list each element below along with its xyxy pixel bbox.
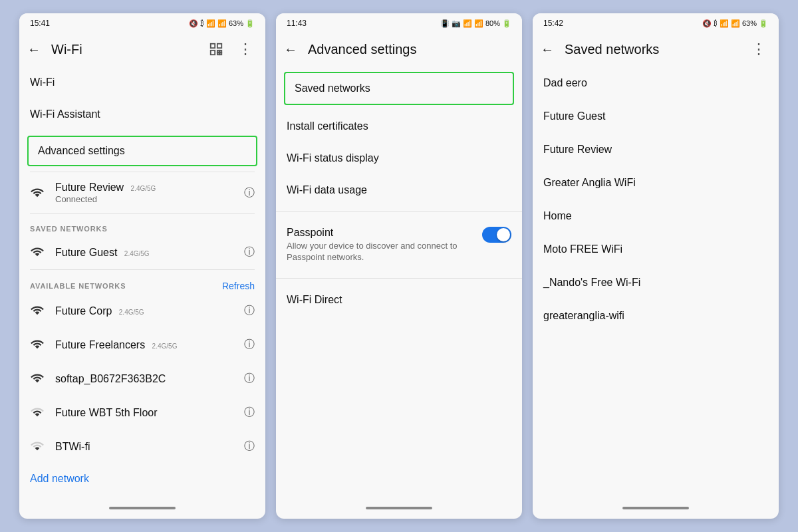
back-button-2[interactable]: ← — [284, 42, 297, 57]
toggle-knob — [497, 228, 510, 241]
panel-3-content: Dad eero Future Guest Future Review Grea… — [533, 66, 779, 500]
qr-scan-icon[interactable] — [204, 37, 228, 61]
phone-panel-3: 15:42 🔇 ₿ 📶 📶 63% 🔋 ← Saved networks ⋮ D… — [533, 13, 779, 519]
connected-network-text: Future Review 2.4G/5G Connected — [55, 182, 244, 204]
add-network-link[interactable]: Add network — [19, 464, 265, 494]
advanced-settings-item[interactable]: Advanced settings — [27, 136, 257, 166]
saved-guest-item[interactable]: Future Guest 2.4G/5G ⓘ — [19, 235, 265, 269]
network-btwifi[interactable]: BTWi-fi ⓘ — [19, 430, 265, 464]
status-bar-3: 15:42 🔇 ₿ 📶 📶 63% 🔋 — [533, 13, 779, 32]
network-softap[interactable]: softap_B0672F363B2C ⓘ — [19, 362, 265, 396]
home-pill-2 — [366, 507, 432, 509]
network-future-wbt[interactable]: Future WBT 5th Floor ⓘ — [19, 396, 265, 430]
saved-networks-item[interactable]: Saved networks — [284, 72, 514, 105]
svg-rect-0 — [211, 44, 215, 48]
panel-1-content: Wi-Fi Wi-Fi Assistant Advanced settings — [19, 66, 265, 500]
wifi-corp-icon — [30, 303, 45, 319]
saved-network-greateranglia-wifi[interactable]: greateranglia-wifi — [533, 299, 779, 332]
wifi-softap-icon — [30, 371, 45, 386]
refresh-button[interactable]: Refresh — [222, 281, 255, 291]
screen-title-3: Saved networks — [565, 42, 741, 57]
info-icon-btwifi[interactable]: ⓘ — [244, 440, 255, 454]
info-icon-freelancers[interactable]: ⓘ — [244, 338, 255, 352]
divider-passpoint — [276, 211, 522, 212]
status-time-1: 15:41 — [30, 19, 50, 28]
wifi-freelancers-icon — [30, 337, 45, 352]
available-networks-section: AVAILABLE NETWORKS Refresh — [19, 270, 265, 294]
wifi-assistant-item[interactable]: Wi-Fi Assistant — [19, 98, 265, 130]
network-future-corp[interactable]: Future Corp 2.4G/5G ⓘ — [19, 294, 265, 328]
bottom-bar-3 — [533, 500, 779, 519]
saved-network-nandos[interactable]: _Nando's Free Wi-Fi — [533, 266, 779, 299]
wifi-status-display-item[interactable]: Wi-Fi status display — [276, 142, 522, 174]
wifi-btwifi-icon — [30, 439, 45, 454]
status-bar-1: 15:41 🔇 ₿ 📶 📶 63% 🔋 — [19, 13, 265, 32]
status-icons-2: 📳 📷 📶 📶 80% 🔋 — [440, 19, 511, 28]
saved-network-moto-free[interactable]: Moto FREE WiFi — [533, 233, 779, 266]
info-icon-softap[interactable]: ⓘ — [244, 372, 255, 386]
bottom-bar-2 — [276, 500, 522, 519]
svg-rect-6 — [220, 51, 222, 53]
saved-network-future-review[interactable]: Future Review — [533, 133, 779, 166]
home-pill-1 — [109, 507, 176, 509]
wifi-direct-item[interactable]: Wi-Fi Direct — [276, 284, 522, 316]
wifi-connected-icon — [30, 186, 45, 201]
svg-rect-3 — [217, 51, 219, 53]
panel-2-content: Saved networks Install certificates Wi-F… — [276, 66, 522, 500]
status-bar-2: 11:43 📳 📷 📶 📶 80% 🔋 — [276, 13, 522, 32]
install-certificates-item[interactable]: Install certificates — [276, 110, 522, 142]
info-icon-guest[interactable]: ⓘ — [244, 245, 255, 259]
connected-network-item[interactable]: Future Review 2.4G/5G Connected ⓘ — [19, 172, 265, 213]
svg-rect-5 — [217, 53, 219, 55]
home-pill-3 — [622, 507, 689, 509]
more-options-icon[interactable]: ⋮ — [233, 37, 257, 61]
svg-rect-1 — [217, 44, 221, 48]
more-options-icon-3[interactable]: ⋮ — [747, 37, 771, 61]
svg-rect-2 — [211, 51, 215, 55]
saved-guest-text: Future Guest 2.4G/5G — [55, 247, 244, 259]
phone-panel-1: 15:41 🔇 ₿ 📶 📶 63% 🔋 ← Wi-Fi ⋮ Wi-Fi Wi-F… — [19, 13, 265, 519]
saved-network-future-guest[interactable]: Future Guest — [533, 100, 779, 133]
divider-direct — [276, 278, 522, 279]
saved-networks-section: SAVED NETWORKS — [19, 214, 265, 235]
phone-panel-2: 11:43 📳 📷 📶 📶 80% 🔋 ← Advanced settings … — [276, 13, 522, 519]
screen-title-1: Wi-Fi — [51, 42, 199, 57]
bottom-bar-1 — [19, 500, 265, 519]
status-icons-1: 🔇 ₿ 📶 📶 63% 🔋 — [189, 19, 255, 28]
info-icon-connected[interactable]: ⓘ — [244, 186, 255, 200]
saved-network-greater-anglia[interactable]: Greater Anglia WiFi — [533, 166, 779, 200]
wifi-wbt-icon — [30, 405, 45, 420]
saved-network-home[interactable]: Home — [533, 200, 779, 233]
app-bar-1: ← Wi-Fi ⋮ — [19, 32, 265, 66]
svg-rect-4 — [220, 53, 222, 55]
saved-network-dad-eero[interactable]: Dad eero — [533, 66, 779, 100]
info-icon-wbt[interactable]: ⓘ — [244, 406, 255, 420]
passpoint-item[interactable]: Passpoint Allow your device to discover … — [276, 217, 522, 273]
wifi-toggle-item[interactable]: Wi-Fi — [19, 66, 265, 98]
wifi-saved-icon — [30, 245, 45, 260]
info-icon-corp[interactable]: ⓘ — [244, 304, 255, 318]
status-time-2: 11:43 — [287, 19, 307, 28]
available-label: AVAILABLE NETWORKS — [30, 282, 126, 290]
back-button-1[interactable]: ← — [27, 42, 41, 57]
network-future-freelancers[interactable]: Future Freelancers 2.4G/5G ⓘ — [19, 328, 265, 362]
status-icons-3: 🔇 ₿ 📶 📶 63% 🔋 — [702, 19, 768, 28]
status-time-3: 15:42 — [543, 19, 563, 28]
passpoint-toggle[interactable] — [482, 227, 511, 243]
screen-title-2: Advanced settings — [308, 42, 514, 57]
app-bar-3: ← Saved networks ⋮ — [533, 32, 779, 66]
app-bar-2: ← Advanced settings — [276, 32, 522, 66]
wifi-data-usage-item[interactable]: Wi-Fi data usage — [276, 174, 522, 206]
back-button-3[interactable]: ← — [541, 42, 554, 57]
